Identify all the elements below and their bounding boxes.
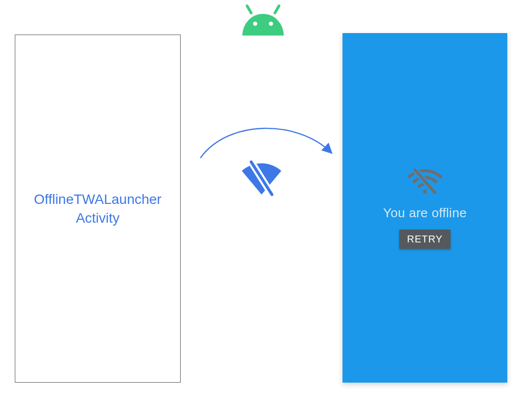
launcher-label-line1: OfflineTWALauncher <box>34 192 161 207</box>
wifi-off-icon <box>237 159 286 198</box>
wifi-off-icon <box>407 167 443 196</box>
offline-message: You are offline <box>383 205 466 221</box>
launcher-activity-box: OfflineTWALauncher Activity <box>15 35 181 383</box>
svg-point-3 <box>269 22 273 26</box>
retry-button[interactable]: RETRY <box>399 230 451 249</box>
offline-screen: You are offline RETRY <box>342 33 507 383</box>
launcher-activity-label: OfflineTWALauncher Activity <box>34 190 161 228</box>
svg-point-2 <box>253 22 258 26</box>
android-icon <box>236 1 290 36</box>
svg-rect-1 <box>273 4 281 15</box>
svg-rect-0 <box>245 4 253 15</box>
launcher-label-line2: Activity <box>76 210 120 226</box>
diagram-canvas: OfflineTWALauncher Activity <box>0 0 532 393</box>
svg-point-6 <box>423 190 427 194</box>
